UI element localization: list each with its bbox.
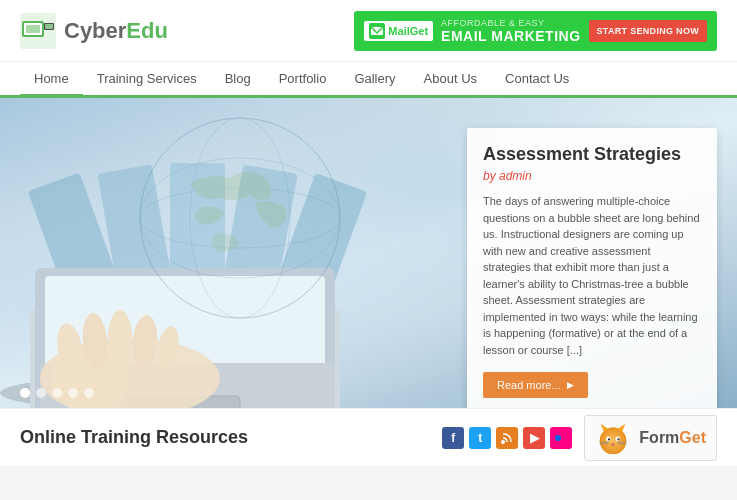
read-more-label: Read more...	[497, 379, 561, 391]
hero-section: Assessment Strategies by admin The days …	[0, 98, 737, 408]
logo-text: CyberEdu	[64, 18, 168, 44]
formget-label: FormGet	[639, 429, 706, 447]
hero-article-card: Assessment Strategies by admin The days …	[467, 128, 717, 408]
mailget-icon	[369, 23, 385, 39]
nav-item-portfolio[interactable]: Portfolio	[265, 63, 341, 94]
mailget-bottom: EMAIL MARKETING	[441, 28, 580, 44]
facebook-icon[interactable]: f	[442, 427, 464, 449]
nav-list: Home Training Services Blog Portfolio Ga…	[20, 63, 583, 94]
logo-green: Edu	[126, 18, 168, 43]
nav-item-about[interactable]: About Us	[410, 63, 491, 94]
navigation: Home Training Services Blog Portfolio Ga…	[0, 62, 737, 98]
carousel-dot-1[interactable]	[20, 388, 30, 398]
twitter-icon[interactable]: t	[469, 427, 491, 449]
carousel-dot-5[interactable]	[84, 388, 94, 398]
svg-point-32	[555, 435, 561, 441]
svg-point-42	[612, 442, 615, 444]
article-title: Assessment Strategies	[483, 144, 701, 165]
mailget-text-block: AFFORDABLE & EASY EMAIL MARKETING	[441, 18, 580, 44]
nav-item-blog[interactable]: Blog	[211, 63, 265, 94]
footer-title: Online Training Resources	[20, 427, 248, 448]
svg-point-31	[501, 440, 505, 444]
formget-badge[interactable]: FormGet	[584, 415, 717, 461]
header: CyberEdu MailGet AFFORDABLE & EASY EMAIL…	[0, 0, 737, 62]
flickr-icon[interactable]	[550, 427, 572, 449]
mailget-logo: MailGet	[364, 21, 433, 41]
logo-gray: Cyber	[64, 18, 126, 43]
footer-bar: Online Training Resources f t ▶	[0, 408, 737, 466]
carousel-dot-4[interactable]	[68, 388, 78, 398]
article-author: by admin	[483, 169, 701, 183]
article-excerpt: The days of answering multiple-choice qu…	[483, 193, 701, 358]
mailget-cta-button[interactable]: START SENDING NOW	[589, 20, 707, 42]
svg-point-40	[608, 438, 610, 440]
social-icons: f t ▶	[442, 427, 572, 449]
nav-item-contact[interactable]: Contact Us	[491, 63, 583, 94]
svg-point-35	[600, 427, 627, 454]
read-more-button[interactable]: Read more...	[483, 372, 588, 398]
rss-icon[interactable]	[496, 427, 518, 449]
carousel-dot-3[interactable]	[52, 388, 62, 398]
formget-form: Form	[639, 429, 679, 446]
logo[interactable]: CyberEdu	[20, 13, 168, 49]
svg-rect-3	[26, 25, 40, 33]
svg-rect-5	[45, 24, 53, 29]
svg-point-33	[561, 435, 567, 441]
youtube-icon[interactable]: ▶	[523, 427, 545, 449]
svg-point-41	[618, 438, 620, 440]
flickr-svg	[554, 431, 568, 445]
carousel-dots	[20, 388, 94, 398]
mailget-top: AFFORDABLE & EASY	[441, 18, 580, 28]
nav-item-gallery[interactable]: Gallery	[340, 63, 409, 94]
formget-mascot-icon	[595, 420, 631, 456]
globe-decoration	[60, 103, 420, 333]
formget-get: Get	[679, 429, 706, 446]
mailget-banner[interactable]: MailGet AFFORDABLE & EASY EMAIL MARKETIN…	[354, 11, 717, 51]
carousel-dot-2[interactable]	[36, 388, 46, 398]
nav-item-home[interactable]: Home	[20, 63, 83, 97]
rss-svg	[501, 432, 513, 444]
footer-right: f t ▶	[442, 415, 717, 461]
logo-icon	[20, 13, 56, 49]
svg-point-27	[140, 118, 340, 318]
nav-item-training[interactable]: Training Services	[83, 63, 211, 94]
